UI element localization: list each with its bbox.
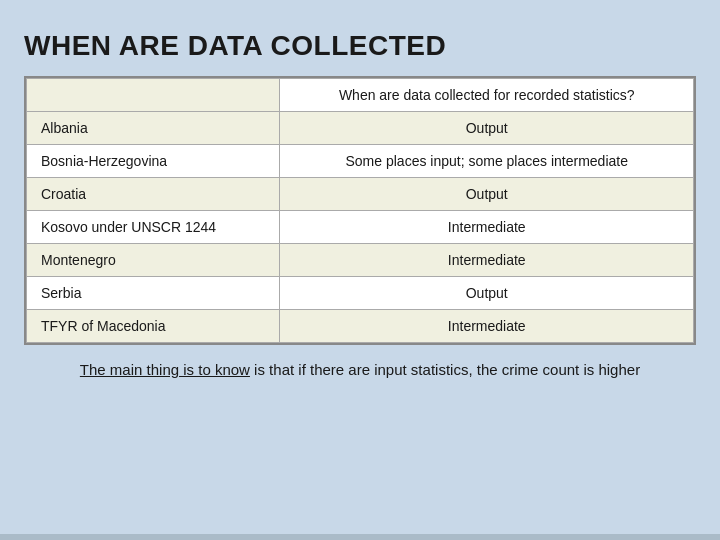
data-table-wrapper: When are data collected for recorded sta… [24, 76, 696, 345]
table-cell-country: TFYR of Macedonia [27, 310, 280, 343]
title-bar: WHEN ARE DATA COLLECTED [24, 20, 696, 76]
table-row: Bosnia-HerzegovinaSome places input; som… [27, 145, 694, 178]
col-header-country [27, 79, 280, 112]
col-header-question: When are data collected for recorded sta… [280, 79, 694, 112]
table-cell-value: Intermediate [280, 244, 694, 277]
table-cell-country: Albania [27, 112, 280, 145]
table-cell-value: Output [280, 112, 694, 145]
table-cell-country: Croatia [27, 178, 280, 211]
table-cell-value: Intermediate [280, 310, 694, 343]
table-cell-country: Serbia [27, 277, 280, 310]
table-row: SerbiaOutput [27, 277, 694, 310]
table-cell-country: Bosnia-Herzegovina [27, 145, 280, 178]
page-container: WHEN ARE DATA COLLECTED When are data co… [0, 0, 720, 540]
table-body: AlbaniaOutputBosnia-HerzegovinaSome plac… [27, 112, 694, 343]
table-row: TFYR of MacedoniaIntermediate [27, 310, 694, 343]
table-row: AlbaniaOutput [27, 112, 694, 145]
table-cell-value: Output [280, 277, 694, 310]
footnote-rest: is that if there are input statistics, t… [250, 361, 640, 378]
table-row: CroatiaOutput [27, 178, 694, 211]
table-row: MontenegroIntermediate [27, 244, 694, 277]
page-title: WHEN ARE DATA COLLECTED [24, 30, 446, 61]
bottom-line [0, 534, 720, 540]
table-header-row: When are data collected for recorded sta… [27, 79, 694, 112]
footnote: The main thing is to know is that if the… [24, 359, 696, 382]
table-cell-country: Kosovo under UNSCR 1244 [27, 211, 280, 244]
table-cell-value: Intermediate [280, 211, 694, 244]
table-cell-country: Montenegro [27, 244, 280, 277]
footnote-underline: The main thing is to know [80, 361, 250, 378]
table-cell-value: Some places input; some places intermedi… [280, 145, 694, 178]
table-row: Kosovo under UNSCR 1244Intermediate [27, 211, 694, 244]
table-cell-value: Output [280, 178, 694, 211]
data-table: When are data collected for recorded sta… [26, 78, 694, 343]
